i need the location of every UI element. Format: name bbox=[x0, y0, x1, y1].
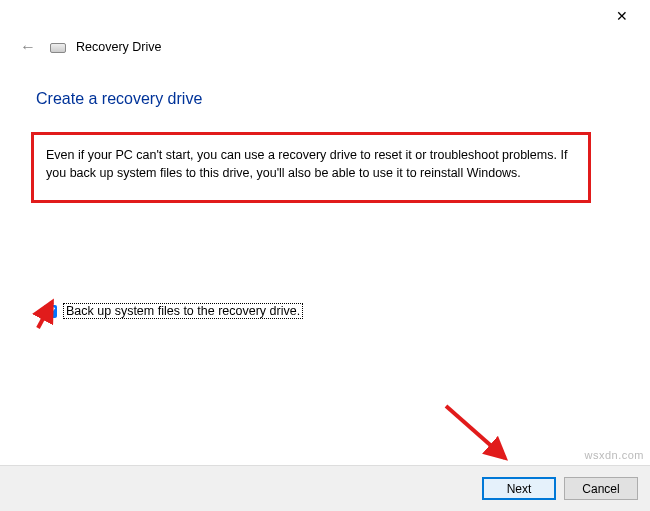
info-text: Even if your PC can't start, you can use… bbox=[46, 148, 567, 180]
close-button[interactable]: ✕ bbox=[602, 2, 642, 30]
cancel-button[interactable]: Cancel bbox=[564, 477, 638, 500]
watermark: wsxdn.com bbox=[584, 449, 644, 461]
header-title: Recovery Drive bbox=[76, 40, 161, 54]
titlebar: ✕ bbox=[0, 0, 650, 32]
button-bar: Next Cancel bbox=[0, 465, 650, 511]
drive-icon bbox=[50, 43, 66, 53]
header-row: ← Recovery Drive bbox=[0, 32, 650, 58]
annotation-arrow-next bbox=[440, 400, 520, 470]
main-content: Create a recovery drive Even if your PC … bbox=[0, 58, 650, 319]
info-text-highlight: Even if your PC can't start, you can use… bbox=[31, 132, 591, 203]
back-arrow-icon[interactable]: ← bbox=[16, 36, 40, 58]
next-button[interactable]: Next bbox=[482, 477, 556, 500]
backup-checkbox-label[interactable]: Back up system files to the recovery dri… bbox=[63, 303, 303, 319]
close-icon: ✕ bbox=[616, 8, 628, 24]
backup-checkbox[interactable] bbox=[44, 305, 57, 318]
svg-line-1 bbox=[446, 406, 505, 458]
page-title: Create a recovery drive bbox=[36, 90, 614, 108]
backup-checkbox-row[interactable]: Back up system files to the recovery dri… bbox=[44, 303, 614, 319]
